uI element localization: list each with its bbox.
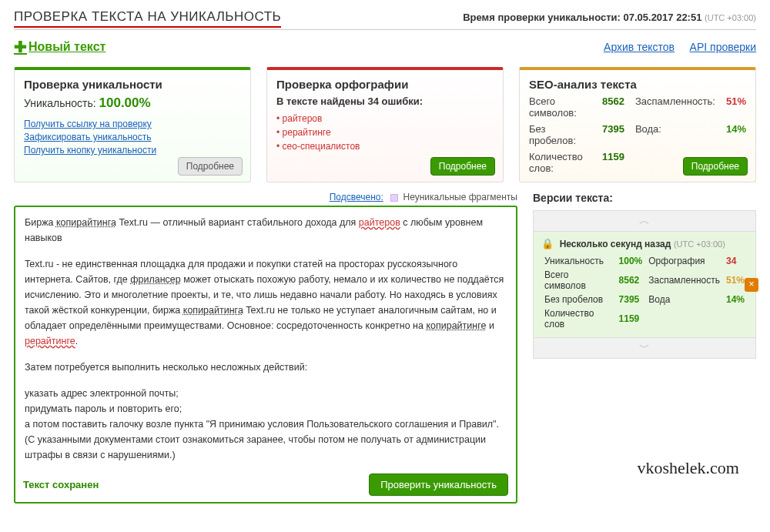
version-tz: (UTC +03:00) <box>674 239 725 249</box>
watermark: vkoshelek.com <box>637 458 739 478</box>
legend-link[interactable]: Подсвечено: <box>330 192 383 202</box>
v-nospace-value: 7395 <box>616 293 646 306</box>
seo-more-button[interactable]: Подробнее <box>683 157 748 176</box>
api-link[interactable]: API проверки <box>690 41 756 53</box>
v-words-label: Количество слов <box>541 306 616 331</box>
v-water-label: Вода <box>645 293 723 306</box>
v-words-value: 1159 <box>616 306 646 331</box>
seo-nospace-value: 7395 <box>602 123 624 135</box>
v-uniq-label: Уникальность <box>541 254 616 268</box>
versions-title: Версии текста: <box>533 192 756 204</box>
version-time: Несколько секунд назад <box>560 239 671 249</box>
v-chars-value: 8562 <box>616 268 646 293</box>
v-water-value: 14% <box>723 293 748 306</box>
timezone: (UTC +03:00) <box>705 13 756 22</box>
chevron-up-icon: ︿ <box>639 214 650 226</box>
v-chars-label: Всего символов <box>541 268 616 293</box>
fix-uniqueness-link[interactable]: Зафиксировать уникальность <box>24 132 241 142</box>
page-title: ПРОВЕРКА ТЕКСТА НА УНИКАЛЬНОСТЬ <box>14 9 281 28</box>
new-text-label: Новый текст <box>28 40 105 54</box>
seo-spam-value: 51% <box>726 95 746 107</box>
chevron-down-icon: ﹀ <box>639 341 650 353</box>
get-link-link[interactable]: Получить ссылку на проверку <box>24 119 241 129</box>
v-orf-value: 34 <box>723 254 748 268</box>
plus-icon: ✚ <box>14 38 27 56</box>
check-uniqueness-button[interactable]: Проверить уникальность <box>369 473 508 496</box>
text-editor[interactable]: Биржа копирайтинга Text.ru — отличный ва… <box>15 207 516 467</box>
seo-title: SEO-анализ текста <box>529 78 746 91</box>
v-uniq-value: 100% <box>616 254 646 268</box>
check-time: Время проверки уникальности: 07.05.2017 … <box>463 12 756 23</box>
version-item[interactable]: 🔒 Несколько секунд назад (UTC +03:00) × … <box>534 232 755 337</box>
spelling-more-button[interactable]: Подробнее <box>430 157 495 176</box>
legend-label: Неуникальные фрагменты <box>403 192 517 202</box>
v-orf-label: Орфография <box>645 254 723 268</box>
get-button-link[interactable]: Получить кнопку уникальности <box>24 145 241 156</box>
versions-prev-button[interactable]: ︿ <box>534 211 755 232</box>
spelling-card: Проверка орфографии В тексте найдены 34 … <box>266 67 504 182</box>
check-time-label: Время проверки уникальности: <box>463 12 621 23</box>
uniqueness-label: Уникальность: <box>24 97 96 109</box>
versions-next-button[interactable]: ﹀ <box>534 337 755 358</box>
check-time-value: 07.05.2017 22:51 <box>623 12 701 23</box>
spelling-error-item: райтеров <box>276 113 494 124</box>
uniqueness-more-button[interactable]: Подробнее <box>178 157 243 176</box>
close-icon: × <box>748 279 754 289</box>
spelling-error-item: рерайтинге <box>276 127 494 138</box>
seo-words-value: 1159 <box>602 151 624 162</box>
seo-words-label: Количество слов: <box>529 151 591 174</box>
versions-box: ︿ 🔒 Несколько секунд назад (UTC +03:00) … <box>533 210 756 359</box>
spelling-title: Проверка орфографии <box>276 78 494 91</box>
seo-spam-label: Заспамленность: <box>635 95 715 107</box>
delete-version-button[interactable]: × <box>745 278 758 292</box>
spelling-subtitle: В тексте найдены 34 ошибки: <box>276 95 494 107</box>
v-spam-label: Заспамленность <box>645 268 723 293</box>
seo-card: SEO-анализ текста Всего символов: 8562 З… <box>519 67 756 182</box>
legend: Подсвечено: Неуникальные фрагменты <box>14 192 517 202</box>
seo-water-label: Вода: <box>635 123 715 135</box>
lock-icon: 🔒 <box>541 238 554 249</box>
v-nospace-label: Без пробелов <box>541 293 616 306</box>
seo-chars-value: 8562 <box>602 95 624 107</box>
spelling-error-item: сео-специалистов <box>276 141 494 152</box>
uniqueness-value: 100.00% <box>99 95 151 110</box>
saved-status: Текст сохранен <box>23 479 99 490</box>
uniqueness-title: Проверка уникальности <box>24 78 241 91</box>
archive-link[interactable]: Архив текстов <box>604 41 675 53</box>
seo-nospace-label: Без пробелов: <box>529 123 591 146</box>
legend-swatch <box>390 194 398 202</box>
seo-water-value: 14% <box>726 123 746 135</box>
uniqueness-card: Проверка уникальности Уникальность: 100.… <box>14 67 251 182</box>
new-text-button[interactable]: ✚ Новый текст <box>14 38 105 56</box>
seo-chars-label: Всего символов: <box>529 95 591 119</box>
